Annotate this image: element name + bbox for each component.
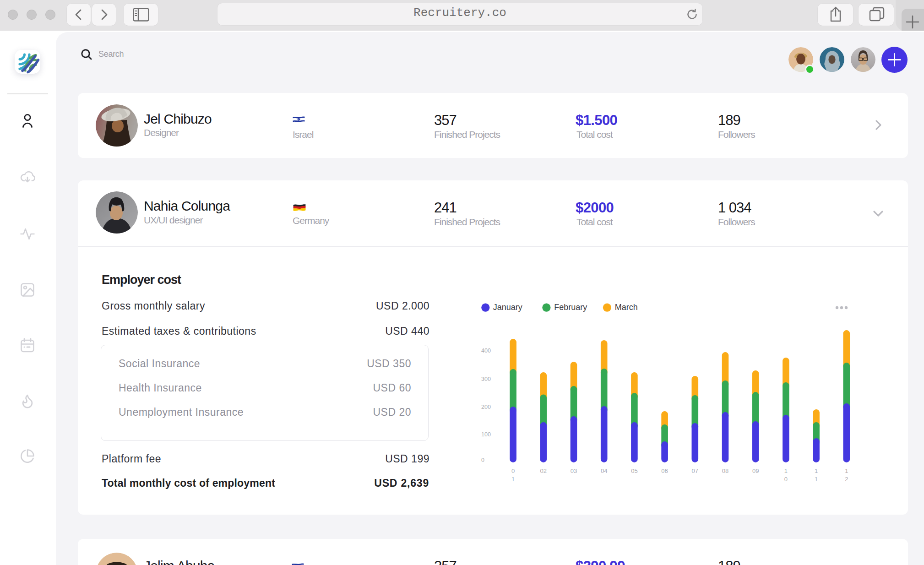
svg-text:1: 1: [784, 467, 788, 474]
svg-text:06: 06: [661, 467, 668, 474]
svg-text:04: 04: [601, 467, 607, 474]
svg-text:05: 05: [631, 467, 637, 474]
svg-text:1: 1: [511, 476, 515, 483]
svg-text:400: 400: [481, 348, 491, 354]
svg-text:08: 08: [722, 467, 728, 474]
svg-text:1: 1: [845, 467, 848, 474]
svg-text:07: 07: [692, 467, 698, 474]
svg-text:200: 200: [481, 404, 491, 410]
svg-text:09: 09: [752, 467, 759, 474]
svg-text:0: 0: [511, 467, 515, 474]
svg-text:February: February: [554, 303, 587, 312]
svg-text:March: March: [615, 303, 638, 312]
svg-text:0: 0: [784, 476, 788, 483]
svg-text:300: 300: [481, 376, 491, 382]
svg-text:January: January: [493, 303, 522, 312]
svg-text:02: 02: [540, 467, 547, 474]
svg-text:1: 1: [815, 467, 818, 474]
svg-text:03: 03: [571, 467, 577, 474]
svg-text:1: 1: [815, 476, 818, 483]
svg-text:100: 100: [481, 431, 491, 438]
svg-text:2: 2: [845, 476, 848, 483]
svg-text:0: 0: [481, 457, 484, 463]
